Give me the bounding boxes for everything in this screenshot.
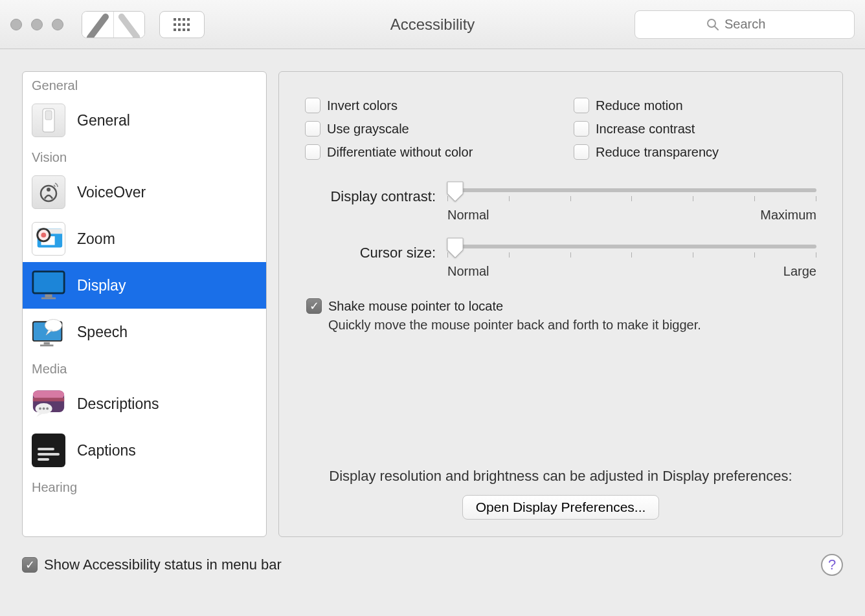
svg-rect-0 [174, 18, 176, 21]
zoom-window-button[interactable] [52, 19, 63, 30]
reduce-motion-checkbox[interactable]: Reduce motion [574, 98, 816, 113]
zoom-icon [32, 222, 65, 256]
svg-point-22 [41, 232, 46, 237]
svg-point-29 [45, 320, 62, 332]
grid-icon [174, 18, 190, 31]
sidebar-item-voiceover[interactable]: VoiceOver [23, 169, 266, 215]
cursor-size-label: Cursor size: [305, 242, 447, 261]
checkbox-icon [574, 98, 589, 113]
display-icon [32, 269, 65, 302]
display-prefs-note: Display resolution and brightness can be… [305, 468, 816, 485]
slider-max-label: Maximum [760, 208, 816, 223]
sidebar-item-descriptions[interactable]: Descriptions [23, 380, 266, 427]
svg-rect-1 [178, 18, 181, 21]
svg-rect-7 [187, 23, 190, 26]
checkbox-label: Reduce transparency [596, 145, 719, 160]
svg-point-36 [46, 408, 49, 410]
help-icon: ? [828, 556, 836, 573]
svg-rect-10 [183, 28, 185, 31]
window-titlebar: Accessibility [0, 0, 865, 49]
svg-rect-39 [38, 458, 49, 461]
checkbox-label: Increase contrast [596, 122, 695, 137]
display-contrast-label: Display contrast: [305, 186, 447, 205]
checkbox-icon [574, 121, 589, 137]
open-display-preferences-button[interactable]: Open Display Preferences... [462, 495, 660, 520]
svg-point-17 [47, 188, 51, 192]
display-settings-panel: Invert colors Reduce motion Use grayscal… [278, 71, 843, 537]
svg-point-35 [43, 408, 45, 410]
checkbox-icon [22, 557, 38, 573]
window-controls [10, 19, 63, 30]
forward-button[interactable] [113, 12, 144, 38]
increase-contrast-checkbox[interactable]: Increase contrast [574, 121, 816, 137]
checkbox-label: Invert colors [327, 98, 398, 113]
sidebar-item-label: Zoom [77, 230, 115, 248]
svg-rect-11 [187, 28, 190, 31]
svg-rect-3 [187, 18, 190, 21]
sidebar-item-speech[interactable]: Speech [23, 309, 266, 355]
svg-rect-23 [33, 272, 64, 293]
slider-min-label: Normal [447, 264, 489, 279]
slider-thumb[interactable] [446, 237, 464, 259]
search-icon [706, 18, 719, 31]
descriptions-icon [32, 387, 65, 421]
cursor-size-slider[interactable]: Normal Large [447, 242, 816, 279]
checkbox-label: Use grayscale [327, 122, 409, 137]
svg-rect-5 [178, 23, 181, 26]
back-button[interactable] [82, 12, 113, 38]
sidebar-item-general[interactable]: General [23, 97, 266, 144]
sidebar-section-general: General [23, 72, 266, 97]
sidebar-item-label: Display [77, 277, 126, 294]
sidebar-item-captions[interactable]: Captions [23, 427, 266, 474]
slider-ticks [447, 196, 816, 203]
svg-rect-2 [183, 18, 185, 21]
sidebar-item-display[interactable]: Display [23, 262, 266, 309]
svg-rect-27 [44, 342, 50, 345]
sidebar-item-label: Captions [77, 442, 136, 459]
show-all-prefs-button[interactable] [159, 11, 205, 38]
captions-icon [32, 434, 65, 467]
checkbox-icon [574, 144, 589, 160]
checkbox-label: Differentiate without color [327, 145, 473, 160]
nav-buttons [82, 11, 145, 38]
search-input[interactable] [725, 17, 783, 32]
shake-mouse-checkbox[interactable]: Shake mouse pointer to locate [306, 298, 816, 314]
use-grayscale-checkbox[interactable]: Use grayscale [305, 121, 548, 137]
sidebar-section-vision: Vision [23, 144, 266, 169]
sidebar-item-label: Descriptions [77, 395, 159, 413]
close-window-button[interactable] [10, 19, 22, 30]
svg-rect-25 [41, 298, 56, 300]
minimize-window-button[interactable] [31, 19, 43, 30]
category-sidebar[interactable]: General General Vision VoiceOver [22, 71, 267, 537]
search-field[interactable] [635, 10, 855, 39]
reduce-transparency-checkbox[interactable]: Reduce transparency [574, 144, 816, 160]
slider-ticks [447, 252, 816, 259]
svg-line-13 [715, 27, 718, 30]
svg-rect-15 [45, 111, 52, 120]
differentiate-without-color-checkbox[interactable]: Differentiate without color [305, 144, 548, 160]
checkbox-icon [305, 144, 320, 160]
slider-thumb[interactable] [446, 181, 464, 203]
sidebar-item-zoom[interactable]: Zoom [23, 215, 266, 262]
display-contrast-slider[interactable]: Normal Maximum [447, 186, 816, 223]
shake-mouse-description: Quickly move the mouse pointer back and … [328, 318, 816, 333]
svg-rect-6 [183, 23, 185, 26]
slider-track [447, 188, 816, 192]
sidebar-item-label: Speech [77, 324, 128, 341]
svg-rect-31 [33, 391, 64, 399]
help-button[interactable]: ? [821, 554, 843, 576]
show-status-menubar-checkbox[interactable]: Show Accessibility status in menu bar [22, 556, 282, 573]
svg-rect-38 [38, 453, 60, 456]
sidebar-section-media: Media [23, 355, 266, 380]
slider-track [447, 245, 816, 248]
switch-icon [32, 104, 65, 137]
svg-rect-28 [40, 345, 53, 347]
svg-rect-8 [174, 28, 176, 31]
slider-max-label: Large [783, 264, 816, 279]
sidebar-section-hearing: Hearing [23, 474, 266, 499]
checkbox-icon [305, 98, 320, 113]
speech-icon [32, 315, 65, 349]
svg-rect-37 [38, 448, 54, 450]
checkbox-icon [305, 121, 320, 137]
invert-colors-checkbox[interactable]: Invert colors [305, 98, 548, 113]
